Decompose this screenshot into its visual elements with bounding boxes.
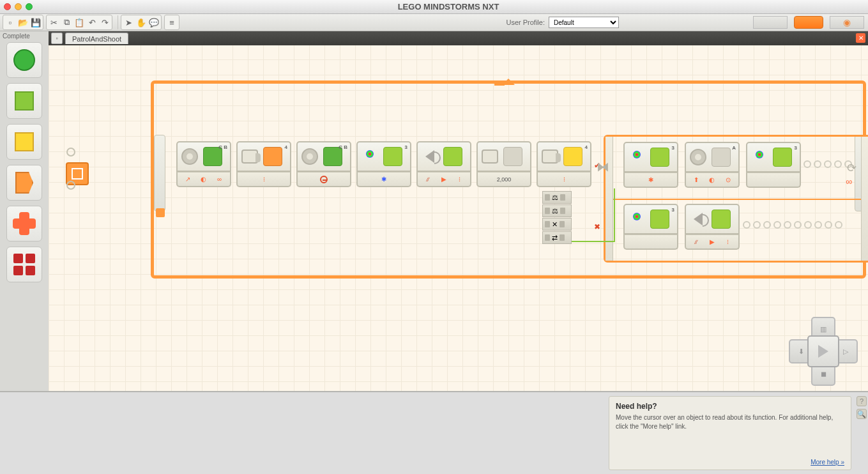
configuration-panel: [0, 392, 605, 474]
ultrasonic-sensor-block[interactable]: 4 ⫶: [236, 141, 291, 190]
robot-educator-button[interactable]: ◉: [830, 16, 864, 29]
ultrasonic-sensor-block-2[interactable]: 4 ⫶: [537, 141, 591, 190]
block-port-label: A: [732, 145, 736, 151]
color-icon: ✱: [379, 176, 388, 183]
more-help-link[interactable]: More help »: [811, 459, 844, 466]
help-zoom-icon[interactable]: 🔍: [857, 409, 867, 419]
minimize-window-icon[interactable]: [15, 3, 22, 10]
wait-value-label: 2,000: [497, 176, 512, 183]
data-hub-row[interactable]: ⚖: [542, 204, 572, 217]
palette-flow-icon[interactable]: [6, 165, 42, 201]
nxt-controller: ▥ ⬇ ▷ ◼: [789, 317, 858, 386]
switch-block[interactable]: ✔ ✖ 3 ✱ A ⬆◐⊙ 3: [604, 135, 868, 263]
sound-block[interactable]: ⫽▶⫶: [685, 204, 740, 252]
close-tab-icon[interactable]: ✕: [856, 33, 865, 43]
paste-icon[interactable]: 📋: [73, 16, 86, 29]
mini-icon: ✱: [646, 176, 655, 184]
data-hub-row[interactable]: ⚖: [542, 191, 572, 204]
duration-icon: ⊙: [724, 176, 733, 184]
cut-icon[interactable]: ✂: [47, 16, 60, 29]
loop-arrow-icon: [502, 79, 515, 85]
data-hub-row[interactable]: ✕: [542, 218, 572, 231]
program-tab-label: PatrolAndShoot: [72, 35, 121, 43]
help-question-icon[interactable]: ?: [857, 396, 867, 406]
loop-repeat-icon: ⟳: [844, 160, 859, 176]
light-block[interactable]: 3 ✱: [356, 141, 411, 190]
data-wire: [572, 241, 615, 242]
pan-tool-icon[interactable]: ✋: [135, 16, 148, 29]
tab-start-icon[interactable]: ▫: [51, 33, 63, 44]
toolbar-btn-1[interactable]: [753, 16, 788, 29]
user-profile-select[interactable]: Default: [549, 17, 619, 28]
user-profile-label: User Profile:: [506, 19, 545, 26]
undo-icon[interactable]: ↶: [86, 16, 98, 29]
wait-block[interactable]: 2,000: [476, 141, 531, 190]
waveform-icon: ⫽: [423, 176, 432, 183]
close-window-icon[interactable]: [4, 3, 11, 10]
action-up-icon: [650, 210, 669, 229]
volume-icon: ⫶: [724, 238, 733, 246]
nxt-brick-button[interactable]: [794, 16, 823, 29]
zoom-window-icon[interactable]: [26, 3, 33, 10]
light-sensor-block[interactable]: 3 ✱: [623, 142, 678, 190]
block-port-label: 3: [672, 207, 674, 213]
move-block-1[interactable]: C B ↗◐∞: [176, 141, 231, 190]
bottom-panel: Need help? Move the cursor over an objec…: [0, 391, 868, 474]
data-hub[interactable]: ⚖ ⚖ ✕ ⇄: [542, 191, 572, 245]
palette-data-icon[interactable]: [6, 206, 42, 241]
palette-label: Complete: [0, 33, 30, 40]
open-file-icon[interactable]: 📂: [17, 16, 29, 29]
data-hub-row[interactable]: ⇄: [542, 231, 572, 244]
new-file-icon[interactable]: ▫: [4, 16, 17, 29]
program-tab[interactable]: PatrolAndShoot: [65, 33, 128, 44]
wait-sub-icon: [263, 147, 282, 166]
redo-icon[interactable]: ↷: [98, 16, 111, 29]
volume-icon: ⫶: [455, 176, 464, 183]
align-icon[interactable]: ≡: [165, 16, 178, 29]
edit-tool-group: ✂ ⧉ 📋 ↶ ↷: [46, 15, 112, 30]
block-port-label: 4: [285, 144, 287, 150]
loop-infinity-icon: ∞: [846, 176, 852, 187]
block-port-label: C B: [339, 144, 347, 150]
nxt-run-button[interactable]: [807, 335, 839, 367]
window-titlebar: LEGO MINDSTORMS NXT: [0, 0, 868, 14]
move-block-2[interactable]: C B: [296, 141, 351, 190]
block-port-label: 3: [405, 144, 407, 150]
toolbar-right-buttons: ◉: [753, 16, 864, 29]
window-title: LEGO MINDSTORMS NXT: [33, 2, 864, 11]
motor-block[interactable]: A ⬆◐⊙: [685, 142, 740, 190]
play-icon: ▶: [708, 238, 717, 246]
save-file-icon[interactable]: 💾: [29, 16, 42, 29]
comment-tool-icon[interactable]: 💬: [148, 16, 160, 29]
loop-left-handle[interactable]: [154, 135, 165, 211]
palette-sensor-icon[interactable]: [6, 124, 42, 160]
align-tool-group: ≡: [164, 15, 179, 30]
scale-icon: ⚖: [552, 194, 558, 202]
copy-icon[interactable]: ⧉: [60, 16, 73, 29]
help-side-buttons: ? 🔍: [855, 392, 868, 474]
light-sensor-block-3[interactable]: 3: [623, 204, 678, 252]
light-sensor-block-2[interactable]: 3: [746, 142, 801, 190]
palette-common-icon[interactable]: [6, 42, 42, 78]
sound-block-main[interactable]: ⫽▶⫶: [416, 141, 471, 190]
power-icon: ◐: [708, 176, 717, 184]
wire-icon: ⇄: [552, 234, 558, 242]
pointer-tool-icon[interactable]: ➤: [122, 16, 135, 29]
scale-icon: ⚖: [552, 207, 558, 215]
switch-divider: [613, 199, 861, 200]
help-title: Need help?: [616, 402, 844, 411]
action-up-icon: [773, 148, 792, 167]
switch-false-icon: ✖: [594, 222, 602, 230]
power-icon: ◐: [199, 176, 208, 183]
distance-icon: ⫶: [560, 176, 568, 183]
palette-action-icon[interactable]: [6, 83, 42, 119]
switch-rail-right: [861, 137, 868, 261]
file-tool-group: ▫ 📂 💾: [3, 15, 43, 30]
main-toolbar: ▫ 📂 💾 ✂ ⧉ 📋 ↶ ↷ ➤ ✋ 💬 ≡ User Profile: De…: [0, 14, 868, 31]
palette-advanced-icon[interactable]: [6, 247, 42, 282]
action-sub-icon: [712, 210, 731, 229]
help-panel: Need help? Move the cursor over an objec…: [609, 396, 851, 470]
play-icon: ▶: [439, 176, 448, 183]
waveform-icon: ⫽: [692, 238, 701, 246]
stop-icon: [320, 176, 328, 183]
